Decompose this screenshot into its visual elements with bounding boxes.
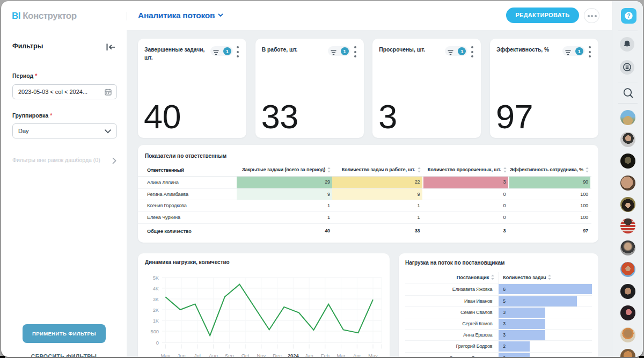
svg-text:2024: 2024 <box>288 353 299 357</box>
svg-text:1K: 1K <box>153 318 159 324</box>
svg-text:Jun: Jun <box>178 353 186 357</box>
svg-text:Mar: Mar <box>337 353 346 357</box>
svg-text:Apr: Apr <box>353 353 361 357</box>
svg-text:2K: 2K <box>153 308 159 313</box>
svg-text:4K: 4K <box>153 286 159 291</box>
svg-text:Jul: Jul <box>194 353 201 357</box>
svg-text:?: ? <box>627 12 630 19</box>
svg-text:5K: 5K <box>153 275 159 281</box>
svg-text:3K: 3K <box>153 297 159 302</box>
svg-text:Sep: Sep <box>225 353 234 357</box>
svg-text:500: 500 <box>150 329 159 334</box>
svg-text:0: 0 <box>156 340 159 346</box>
svg-text:Dec: Dec <box>273 353 282 357</box>
svg-text:May: May <box>368 353 378 357</box>
svg-text:Nov: Nov <box>257 353 266 357</box>
svg-text:Feb: Feb <box>321 353 330 357</box>
svg-text:Aug: Aug <box>209 353 218 357</box>
svg-text:Oct: Oct <box>241 353 250 357</box>
svg-text:May: May <box>161 353 171 357</box>
svg-text:Jan: Jan <box>305 353 313 357</box>
